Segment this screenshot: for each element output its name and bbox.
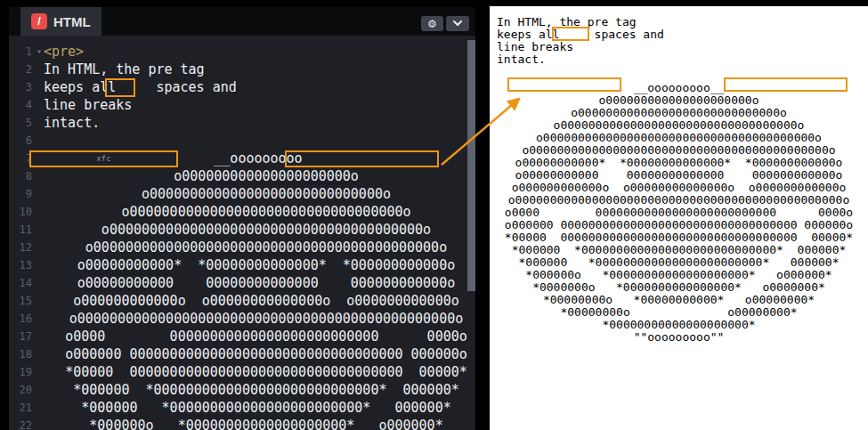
- screenshot-root: / HTML ⚙ 1▾<pre>2In HTML, the pre tag3ke…: [0, 0, 868, 430]
- art-row: *00000000o *00000000000* o00000000*: [490, 294, 868, 306]
- code-art-text: o0000000000000000000000000000000000o: [61, 203, 471, 221]
- code-line[interactable]: 3keeps all spaces and: [9, 78, 475, 96]
- code-line[interactable]: 6: [9, 132, 475, 150]
- code-art-text: o00000000000* *00000000000000* *00000000…: [61, 256, 471, 274]
- art-row: *000000 *0000000000000000000000000000* 0…: [490, 244, 868, 256]
- whitespace-highlight-editor-line3: [105, 78, 135, 97]
- code-text: In HTML, the pre tag: [44, 61, 205, 78]
- whitespace-highlight-editor-line7-right: [285, 150, 439, 167]
- art-row: o0000 00000000000000000000000000 0000o: [490, 207, 868, 219]
- line-number: 20: [9, 381, 35, 399]
- code-art-text: *000000 *0000000000000000000000000000* 0…: [61, 381, 471, 399]
- preview-sentence: In HTML, the pre tag keeps all spaces an…: [490, 6, 868, 66]
- code-art-text: o000000000000000000000000000000000000000…: [61, 239, 471, 256]
- code-line[interactable]: 9o00000000000000000000000000000o: [9, 185, 475, 203]
- whitespace-highlight-preview-art-right: [724, 77, 848, 92]
- line-number: 16: [9, 310, 35, 328]
- line-number: 12: [9, 239, 35, 256]
- code-line[interactable]: 11o0000000000000000000000000000000000000…: [9, 221, 475, 239]
- code-line[interactable]: 16o0000000000000000000000000000000000000…: [9, 310, 475, 328]
- line-number: 9: [9, 185, 35, 203]
- editor-tab-bar: / HTML ⚙: [9, 7, 475, 36]
- line-number: 11: [9, 221, 35, 239]
- line-number: 6: [9, 132, 35, 150]
- code-line[interactable]: 13o00000000000* *00000000000000* *000000…: [9, 256, 475, 274]
- code-line[interactable]: 21*000000 *000000000000000000000000* 000…: [9, 399, 475, 417]
- code-art-text: o000000 00000000000000000000000000000000…: [61, 345, 471, 363]
- art-row: o00000000000 00000000000000 000000000000…: [490, 169, 868, 182]
- code-line[interactable]: 2In HTML, the pre tag: [9, 61, 475, 78]
- code-line[interactable]: 5intact.: [9, 114, 475, 132]
- code-art-text: o000000000000000000000000000000000000000…: [61, 221, 471, 239]
- line-number: 15: [9, 292, 35, 310]
- line-number: 14: [9, 274, 35, 292]
- art-row: *000000 *000000000000000000000000* 00000…: [490, 256, 868, 269]
- code-line[interactable]: 12o0000000000000000000000000000000000000…: [9, 239, 475, 256]
- code-text: intact.: [44, 114, 100, 132]
- code-text: line breaks: [44, 96, 132, 114]
- line-number: 1▾: [9, 43, 35, 61]
- editor-collapse-button[interactable]: [446, 16, 469, 31]
- code-art-text: o000000000000000000000o: [61, 167, 471, 185]
- art-row: o000000000000000000000000000000000000000…: [490, 132, 868, 144]
- tab-html[interactable]: / HTML: [20, 7, 101, 36]
- line-number: 4: [9, 96, 35, 114]
- art-row: *0000000o *0000000000000000* o0000000*: [490, 281, 868, 294]
- code-art-text: o00000000000 00000000000000 000000000000…: [61, 274, 471, 292]
- code-line[interactable]: 14o00000000000 00000000000000 0000000000…: [9, 274, 475, 292]
- preview-ascii-art: __ooooooooo__o000000000000000000000oo000…: [490, 82, 868, 344]
- annotation-label: xfc: [96, 155, 110, 163]
- code-line[interactable]: 15o000000000000o o00000000000000o o00000…: [9, 292, 475, 310]
- tab-label: HTML: [53, 14, 91, 29]
- line-number: 10: [9, 203, 35, 221]
- art-row: o00000000000000000000000000000o: [490, 107, 868, 119]
- code-art-text: o0000 00000000000000000000000000 0000o: [61, 328, 471, 345]
- art-row: o000000000000o o00000000000000o o0000000…: [490, 182, 868, 194]
- editor-scrollbar[interactable]: [467, 40, 475, 291]
- art-row: *000000o *00000000000000000000* o000000*: [490, 269, 868, 281]
- line-number: 19: [9, 363, 35, 381]
- art-row: o000000 00000000000000000000000000000000…: [490, 219, 868, 231]
- code-line[interactable]: 19*00000 0000000000000000000000000000000…: [9, 363, 475, 381]
- code-art-text: *000000 *000000000000000000000000* 00000…: [61, 399, 471, 417]
- art-row: o000000000000000000000000000000000000000…: [490, 194, 868, 207]
- code-text: <pre>: [44, 43, 84, 61]
- gear-icon: ⚙: [427, 19, 437, 29]
- line-number: 21: [9, 399, 35, 417]
- code-line[interactable]: 10o0000000000000000000000000000000000o: [9, 203, 475, 221]
- art-row: *00000 000000000000000000000000000000000…: [490, 231, 868, 244]
- art-row: o00000000000* *00000000000000* *00000000…: [490, 157, 868, 169]
- code-area[interactable]: 1▾<pre>2In HTML, the pre tag3keeps all s…: [9, 36, 475, 430]
- code-line[interactable]: 20*000000 *0000000000000000000000000000*…: [9, 381, 475, 399]
- art-row: o000000000000000000000o: [490, 94, 868, 107]
- art-row: *00000000o o00000000*: [490, 306, 868, 319]
- line-number: 3: [9, 78, 35, 96]
- editor-settings-button[interactable]: ⚙: [421, 16, 443, 31]
- fold-caret-icon[interactable]: ▾: [37, 43, 42, 61]
- code-line[interactable]: 4line breaks: [9, 96, 475, 114]
- html-icon: /: [31, 13, 47, 29]
- code-art-text: o00000000000000000000000000000o: [61, 185, 471, 203]
- line-number: 13: [9, 256, 35, 274]
- line-number: 18: [9, 345, 35, 363]
- whitespace-highlight-preview-sentence: [552, 27, 589, 41]
- whitespace-highlight-preview-art-left: [507, 77, 621, 92]
- code-art-text: o000000000000000000000000000000000000000…: [61, 310, 471, 328]
- art-row: o000000000000000000000000000000000000000…: [490, 144, 868, 157]
- line-number: 2: [9, 61, 35, 78]
- art-row: ""ooooooooo"": [490, 331, 868, 344]
- code-line[interactable]: 22*000000o *00000000000000000000* o00000…: [9, 417, 475, 430]
- code-art-text: *00000 000000000000000000000000000000000…: [61, 363, 471, 381]
- art-row: o0000000000000000000000000000000000o: [490, 119, 868, 132]
- code-art-text: *000000o *00000000000000000000* o000000*: [61, 417, 471, 430]
- line-number: 22: [9, 417, 35, 430]
- code-line[interactable]: 18o000000 000000000000000000000000000000…: [9, 345, 475, 363]
- code-line[interactable]: 1▾<pre>: [9, 43, 475, 61]
- code-art-text: o000000000000o o00000000000000o o0000000…: [61, 292, 471, 310]
- preview-panel: In HTML, the pre tag keeps all spaces an…: [490, 6, 868, 430]
- line-number: 17: [9, 328, 35, 345]
- chevron-down-icon: [453, 20, 462, 27]
- code-line[interactable]: 17o0000 00000000000000000000000000 0000o: [9, 328, 475, 345]
- code-text: keeps all spaces and: [44, 78, 237, 96]
- code-line[interactable]: 8o000000000000000000000o: [9, 167, 475, 185]
